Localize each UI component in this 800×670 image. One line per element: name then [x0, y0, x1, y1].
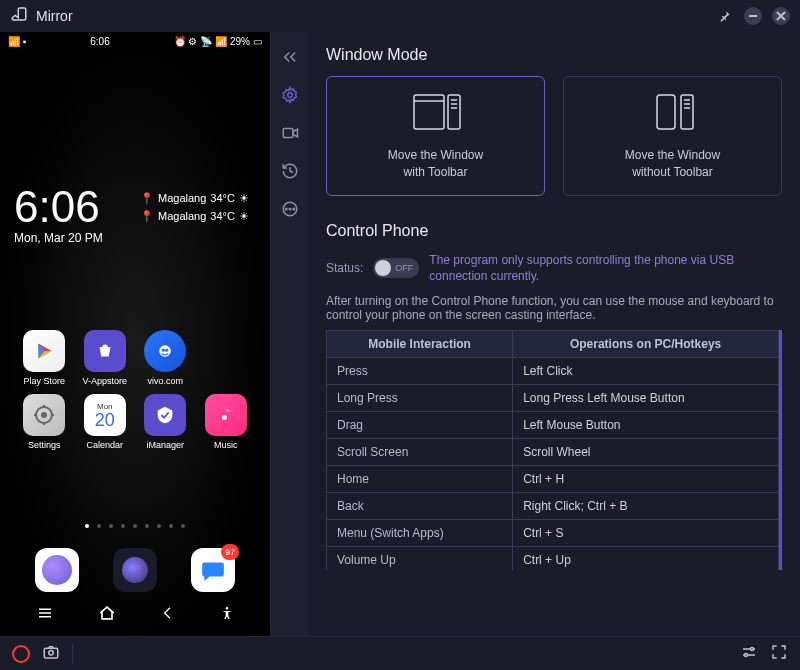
fullscreen-button[interactable]	[770, 643, 788, 665]
app-vivo[interactable]: vivo.com	[135, 330, 196, 386]
table-cell: Drag	[327, 412, 513, 439]
svg-rect-33	[657, 95, 675, 129]
control-desc: After turning on the Control Phone funct…	[326, 294, 782, 322]
sidebar-record[interactable]	[279, 122, 301, 144]
adjust-button[interactable]	[740, 643, 758, 665]
clock-date: Mon, Mar 20 PM	[14, 231, 103, 245]
app-settings[interactable]: Settings	[14, 394, 75, 450]
dock-camera[interactable]	[113, 548, 157, 592]
svg-rect-27	[414, 95, 444, 129]
weather-temp: 34°C	[210, 208, 235, 226]
status-label: Status:	[326, 261, 363, 275]
app-imanager[interactable]: iManager	[135, 394, 196, 450]
main-area: 📶 ▪ 6:06 ⏰ ⚙ 📡 📶 29% ▭ 6:06 Mon, Mar 20 …	[0, 32, 800, 636]
status-row: Status: OFF The program only supports co…	[326, 252, 782, 284]
window-mode-without-toolbar[interactable]: Move the Window without Toolbar	[563, 76, 782, 196]
table-cell: Long Press Left Mouse Button	[513, 385, 779, 412]
phone-statusbar: 📶 ▪ 6:06 ⏰ ⚙ 📡 📶 29% ▭	[0, 32, 270, 50]
svg-point-9	[165, 349, 168, 352]
table-cell: Scroll Screen	[327, 439, 513, 466]
weather-city: Magalang	[158, 190, 206, 208]
svg-point-19	[225, 607, 228, 610]
table-row: Menu (Switch Apps)Ctrl + S	[327, 520, 779, 547]
nav-back-icon[interactable]	[160, 605, 176, 625]
phone-navbar	[0, 600, 270, 630]
no-toolbar-window-icon	[643, 91, 703, 137]
window-mode-title: Window Mode	[326, 46, 782, 64]
app-play-store[interactable]: Play Store	[14, 330, 75, 386]
table-row: Scroll ScreenScroll Wheel	[327, 439, 779, 466]
sidebar-settings[interactable]	[279, 84, 301, 106]
svg-point-41	[751, 647, 754, 650]
location-pin-icon: 📍	[140, 208, 154, 226]
window-mode-with-toolbar[interactable]: Move the Window with Toolbar	[326, 76, 545, 196]
sidebar-more[interactable]	[279, 198, 301, 220]
screenshot-button[interactable]	[42, 643, 60, 665]
table-cell: Ctrl + S	[513, 520, 779, 547]
table-cell: Home	[327, 466, 513, 493]
card-label: Move the Window without Toolbar	[625, 147, 720, 181]
tool-sidebar	[270, 32, 308, 636]
collapse-button[interactable]	[279, 46, 301, 68]
separator	[72, 644, 73, 664]
weather-city: Magalang	[158, 208, 206, 226]
battery-level: 29%	[230, 36, 250, 47]
nav-home-icon[interactable]	[97, 603, 117, 627]
record-button[interactable]	[12, 645, 30, 663]
phone-home-screen[interactable]: 6:06 Mon, Mar 20 PM 📍Magalang 34°C ☀ 📍Ma…	[0, 50, 270, 636]
hotkey-table-wrap[interactable]: Mobile Interaction Operations on PC/Hotk…	[326, 330, 782, 570]
svg-point-43	[745, 653, 748, 656]
weather-temp: 34°C	[210, 190, 235, 208]
control-phone-title: Control Phone	[326, 222, 782, 240]
status-note: The program only supports controlling th…	[429, 252, 782, 284]
table-header: Mobile Interaction	[327, 331, 513, 358]
app-icon	[10, 5, 28, 27]
svg-marker-22	[293, 129, 298, 137]
table-row: Long PressLong Press Left Mouse Button	[327, 385, 779, 412]
phone-mirror-pane[interactable]: 📶 ▪ 6:06 ⏰ ⚙ 📡 📶 29% ▭ 6:06 Mon, Mar 20 …	[0, 32, 270, 636]
weather-widget[interactable]: 📍Magalang 34°C ☀ 📍Magalang 34°C ☀	[140, 190, 249, 225]
app-vappstore[interactable]: V-Appstore	[75, 330, 136, 386]
toolbar-window-icon	[406, 91, 466, 137]
battery-icon: ▭	[253, 36, 262, 47]
messages-badge: 97	[221, 544, 239, 560]
svg-rect-38	[44, 648, 58, 658]
svg-point-26	[293, 208, 295, 210]
app-music[interactable]: Music	[196, 394, 257, 450]
sun-icon: ☀	[239, 208, 249, 226]
table-row: Volume UpCtrl + Up	[327, 547, 779, 571]
table-cell: Left Mouse Button	[513, 412, 779, 439]
calendar-day: 20	[95, 411, 115, 429]
table-cell: Ctrl + Up	[513, 547, 779, 571]
nav-menu-icon[interactable]	[36, 604, 54, 626]
content-pane: Window Mode Move the Window with Toolbar…	[308, 32, 800, 636]
svg-rect-21	[283, 129, 293, 138]
svg-point-25	[289, 208, 291, 210]
table-row: HomeCtrl + H	[327, 466, 779, 493]
sidebar-history[interactable]	[279, 160, 301, 182]
nav-accessibility-icon[interactable]	[219, 605, 235, 625]
table-cell: Long Press	[327, 385, 513, 412]
table-cell: Left Click	[513, 358, 779, 385]
table-cell: Back	[327, 493, 513, 520]
table-row: DragLeft Mouse Button	[327, 412, 779, 439]
page-indicator[interactable]	[0, 524, 270, 528]
svg-point-39	[49, 650, 54, 655]
hotkey-table: Mobile Interaction Operations on PC/Hotk…	[326, 330, 779, 570]
clock-widget[interactable]: 6:06 Mon, Mar 20 PM	[14, 185, 103, 245]
table-row: PressLeft Click	[327, 358, 779, 385]
app-title: Mirror	[36, 8, 73, 24]
svg-point-24	[285, 208, 287, 210]
dock-messages[interactable]: 97	[191, 548, 235, 592]
table-cell: Press	[327, 358, 513, 385]
dock-browser[interactable]	[35, 548, 79, 592]
table-cell: Ctrl + H	[513, 466, 779, 493]
location-pin-icon: 📍	[140, 190, 154, 208]
minimize-button[interactable]	[744, 7, 762, 25]
pin-button[interactable]	[716, 7, 734, 25]
control-phone-toggle[interactable]: OFF	[373, 258, 419, 278]
titlebar: Mirror	[0, 0, 800, 32]
app-calendar[interactable]: Mon20Calendar	[75, 394, 136, 450]
close-button[interactable]	[772, 7, 790, 25]
table-cell: Right Click; Ctrl + B	[513, 493, 779, 520]
